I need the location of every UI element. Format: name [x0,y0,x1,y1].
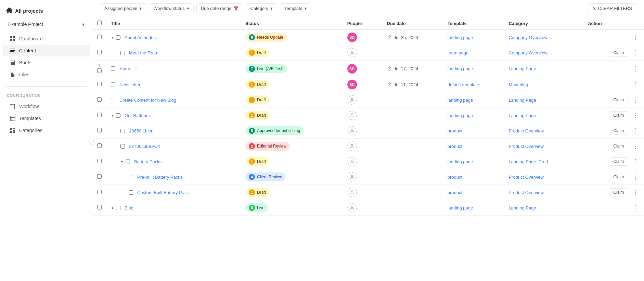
template-link[interactable]: team page [448,50,468,55]
category-link[interactable]: Landing Page, Prod... [508,159,552,164]
row-title-link[interactable]: About Acme Inc. [125,35,157,40]
claim-button[interactable]: Claim [609,49,628,57]
claim-button[interactable]: Claim [609,127,628,135]
row-checkbox[interactable] [97,128,102,132]
claim-button[interactable]: Claim [609,142,628,150]
category-link[interactable]: Product Overview [508,128,544,133]
template-link[interactable]: landing page [448,159,473,164]
claim-button[interactable]: Claim [609,96,628,104]
row-checkbox-2[interactable] [120,129,125,133]
sidebar-item-content[interactable]: Content [3,45,90,56]
more-options-button[interactable]: ⋮ [631,158,640,165]
row-checkbox-2[interactable] [120,51,125,55]
row-checkbox[interactable] [97,35,102,39]
claim-button[interactable]: Claim [609,111,628,119]
template-link[interactable]: landing page [448,35,473,40]
row-checkbox-2[interactable] [129,175,133,179]
category-link[interactable]: Product Overview [508,175,544,180]
row-checkbox-2[interactable] [116,206,120,210]
expand-row-icon[interactable]: ▾ [111,113,114,118]
row-title-link[interactable]: Newsletter [119,82,140,87]
row-checkbox[interactable] [97,82,102,86]
row-title-link[interactable]: Create Content for New Blog [119,98,176,103]
row-checkbox-2[interactable] [116,35,120,40]
clear-filters-button[interactable]: ✕ CLEAR FILTERS [588,3,637,13]
row-checkbox-2[interactable] [111,82,115,87]
category-filter[interactable]: Category ▾ [246,3,277,13]
row-checkbox[interactable] [97,205,102,209]
row-checkbox[interactable] [97,50,102,54]
expand-row-icon[interactable]: ▾ [120,159,124,164]
row-checkbox[interactable] [97,143,102,148]
sidebar-item-categories[interactable]: Categories [3,125,90,136]
sidebar-item-briefs[interactable]: Briefs [3,57,90,68]
status-header[interactable]: Status ↕ [241,17,343,30]
row-title-link[interactable]: Custom Built Battery Pac... [137,190,190,195]
template-link[interactable]: product [448,144,462,149]
template-header[interactable]: Template ↕ [443,17,505,30]
workflow-status-filter[interactable]: Workflow status ▾ [149,3,194,13]
row-title-link[interactable]: Meet the Team [129,50,158,55]
row-title-link[interactable]: 18650 Li-ion [129,128,154,133]
category-link[interactable]: Landing Page [508,98,536,103]
row-checkbox[interactable] [97,68,102,73]
claim-button[interactable]: Claim [609,173,628,181]
template-link[interactable]: product [448,128,462,133]
row-title-link[interactable]: Our Batteries [125,113,151,118]
all-projects-link[interactable]: All projects [0,4,93,17]
category-link[interactable]: Landing Page [508,113,536,118]
more-options-button[interactable]: ⋮ [631,81,640,88]
row-checkbox[interactable] [97,159,102,163]
drag-handle[interactable]: ⠿ [97,63,101,68]
row-checkbox[interactable] [97,174,102,179]
row-checkbox-2[interactable] [116,113,120,118]
expand-row-icon[interactable]: ▾ [111,205,114,210]
sidebar-item-files[interactable]: Files [3,69,90,80]
template-link[interactable]: landing page [448,205,473,210]
category-link[interactable]: Landing Page [508,205,536,210]
more-options-button[interactable]: ⋮ [631,204,640,212]
row-checkbox-2[interactable] [126,159,130,164]
template-link[interactable]: landing page [448,113,473,118]
project-selector[interactable]: Example Project ▾ [3,19,90,30]
more-options-button[interactable]: ⋮ [631,112,640,119]
more-options-button[interactable]: ⋮ [631,127,640,135]
template-link[interactable]: landing page [448,66,473,71]
row-checkbox-2[interactable] [129,190,133,195]
row-checkbox[interactable] [97,113,102,117]
category-link[interactable]: Company Overview,... [508,50,552,55]
row-title-link[interactable]: Blog [125,205,133,210]
select-all-header[interactable] [93,17,107,30]
assigned-people-filter[interactable]: Assigned people ▾ [100,3,146,13]
more-options-button[interactable]: ⋮ [631,96,640,104]
row-title-link[interactable]: 32700 LiFePO4 [129,144,160,149]
template-link[interactable]: landing page [448,98,473,103]
category-link[interactable]: Marketing [508,82,528,87]
expand-row-icon[interactable]: ▾ [111,35,114,40]
more-options-button[interactable]: ⋮ [631,49,640,56]
template-link[interactable]: default template [448,82,479,87]
row-checkbox-2[interactable] [120,144,125,149]
title-header[interactable]: Title ↕ [107,17,241,30]
category-link[interactable]: Product Overview [508,144,544,149]
row-checkbox-2[interactable] [111,66,115,71]
row-checkbox[interactable] [97,190,102,194]
more-options-button[interactable]: ⋮ [631,34,640,41]
claim-button[interactable]: Claim [609,157,628,166]
sidebar-item-templates[interactable]: Templates [3,113,90,124]
template-link[interactable]: product [448,175,462,180]
due-date-header[interactable]: Due date ↓ [383,17,443,30]
category-link[interactable]: Product Overview [508,190,544,195]
select-all-checkbox[interactable] [97,21,102,25]
category-link[interactable]: Landing Page [508,66,536,71]
category-header[interactable]: Category ↕ [504,17,584,30]
due-date-range-filter[interactable]: Due date range 📅 [196,3,243,13]
sidebar-item-dashboard[interactable]: Dashboard [3,33,90,44]
claim-button[interactable]: Claim [609,188,628,196]
template-filter[interactable]: Template ▾ [280,3,311,13]
people-header[interactable]: People ↕ [343,17,383,30]
more-options-button[interactable]: ⋮ [631,189,640,196]
more-options-button[interactable]: ⋮ [631,173,640,181]
row-title-link[interactable]: Home [119,66,131,71]
row-checkbox-2[interactable] [111,98,115,102]
